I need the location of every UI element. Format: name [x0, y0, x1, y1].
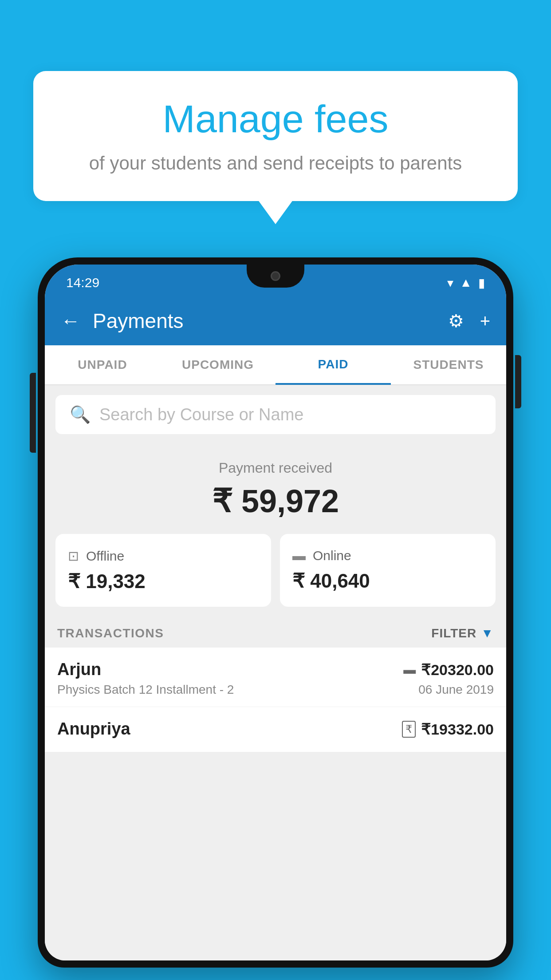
payment-cards: ⊡ Offline ₹ 19,332 ▬ Online ₹ 40,640 [45, 534, 506, 617]
offline-label: Offline [86, 549, 124, 564]
payment-received-label: Payment received [45, 460, 506, 476]
transaction-top-row: Anupriya ₹ ₹19332.00 [57, 719, 494, 739]
transactions-header: TRANSACTIONS FILTER ▼ [45, 617, 506, 648]
transaction-bottom-row: Physics Batch 12 Installment - 2 06 June… [57, 683, 494, 697]
status-time: 14:29 [66, 271, 99, 290]
online-label: Online [313, 548, 351, 563]
search-icon: 🔍 [70, 405, 91, 424]
transaction-name: Arjun [57, 660, 101, 679]
offline-card: ⊡ Offline ₹ 19,332 [55, 534, 271, 607]
cash-payment-icon: ₹ [402, 721, 416, 738]
phone-screen: 14:29 ▾ ▲ ▮ ← Payments ⚙ + UNPAID UPCO [45, 265, 506, 960]
filter-button[interactable]: FILTER ▼ [431, 626, 494, 640]
table-row[interactable]: Arjun ▬ ₹20320.00 Physics Batch 12 Insta… [45, 648, 506, 707]
payment-total-amount: ₹ 59,972 [45, 482, 506, 520]
transaction-list: Arjun ▬ ₹20320.00 Physics Batch 12 Insta… [45, 648, 506, 752]
filter-icon: ▼ [481, 626, 494, 640]
status-icons: ▾ ▲ ▮ [447, 271, 485, 290]
notch-camera [271, 271, 280, 281]
speech-bubble: Manage fees of your students and send re… [33, 71, 518, 201]
tab-paid[interactable]: PAID [276, 346, 391, 385]
tab-upcoming[interactable]: UPCOMING [160, 345, 276, 384]
bubble-title: Manage fees [55, 98, 496, 141]
tab-students[interactable]: STUDENTS [391, 345, 506, 384]
online-icon: ▬ [292, 548, 306, 563]
search-placeholder: Search by Course or Name [99, 405, 303, 424]
payment-summary: Payment received ₹ 59,972 [45, 444, 506, 534]
wifi-icon: ▾ [447, 276, 453, 290]
transaction-amount-wrap: ▬ ₹20320.00 [403, 661, 494, 679]
table-row[interactable]: Anupriya ₹ ₹19332.00 [45, 707, 506, 752]
app-title: Payments [93, 309, 448, 333]
online-card: ▬ Online ₹ 40,640 [280, 534, 496, 607]
transactions-label: TRANSACTIONS [57, 626, 164, 640]
notch [247, 265, 304, 288]
app-bar: ← Payments ⚙ + [45, 296, 506, 345]
online-amount: ₹ 40,640 [292, 569, 483, 592]
bubble-subtitle: of your students and send receipts to pa… [55, 150, 496, 177]
transaction-amount-wrap: ₹ ₹19332.00 [402, 720, 494, 738]
content-area: 🔍 Search by Course or Name Payment recei… [45, 385, 506, 960]
offline-icon: ⊡ [68, 548, 79, 564]
app-bar-actions: ⚙ + [448, 311, 490, 331]
signal-icon: ▲ [460, 276, 472, 290]
settings-icon[interactable]: ⚙ [448, 311, 464, 331]
add-icon[interactable]: + [480, 311, 490, 331]
transaction-date: 06 June 2019 [418, 683, 494, 697]
filter-label: FILTER [431, 626, 476, 640]
transaction-amount: ₹20320.00 [421, 661, 494, 679]
transaction-course: Physics Batch 12 Installment - 2 [57, 683, 234, 697]
search-bar[interactable]: 🔍 Search by Course or Name [55, 395, 496, 434]
tabs-bar: UNPAID UPCOMING PAID STUDENTS [45, 345, 506, 385]
online-card-header: ▬ Online [292, 548, 483, 563]
battery-icon: ▮ [478, 276, 485, 290]
transaction-amount: ₹19332.00 [421, 720, 494, 738]
transaction-name: Anupriya [57, 719, 130, 739]
offline-amount: ₹ 19,332 [68, 570, 259, 593]
transaction-top-row: Arjun ▬ ₹20320.00 [57, 660, 494, 679]
back-button[interactable]: ← [61, 310, 80, 332]
offline-card-header: ⊡ Offline [68, 548, 259, 564]
phone-outer: 14:29 ▾ ▲ ▮ ← Payments ⚙ + UNPAID UPCO [38, 257, 513, 968]
card-payment-icon: ▬ [403, 663, 416, 677]
tab-unpaid[interactable]: UNPAID [45, 345, 160, 384]
phone-mockup: 14:29 ▾ ▲ ▮ ← Payments ⚙ + UNPAID UPCO [38, 257, 513, 980]
